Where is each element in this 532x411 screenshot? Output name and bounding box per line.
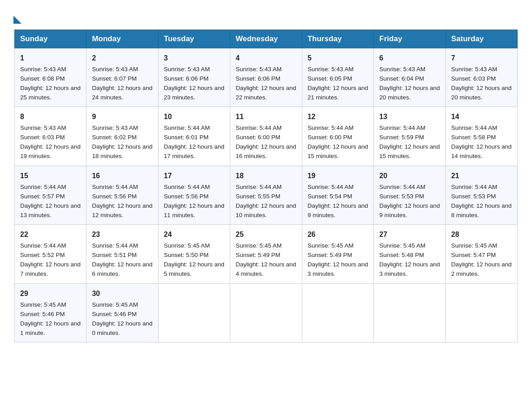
- day-number: 19: [308, 171, 368, 182]
- calendar-cell: 16Sunrise: 5:44 AMSunset: 5:56 PMDayligh…: [86, 166, 158, 224]
- sunset-text: Sunset: 5:56 PM: [92, 193, 137, 200]
- sunrise-text: Sunrise: 5:45 AM: [20, 301, 66, 308]
- day-number: 29: [20, 288, 81, 300]
- day-number: 14: [451, 111, 512, 123]
- day-number: 9: [92, 111, 152, 123]
- calendar-table: SundayMondayTuesdayWednesdayThursdayFrid…: [14, 30, 518, 342]
- day-number: 18: [236, 171, 296, 182]
- daylight-text: Daylight: 12 hours and 14 minutes.: [451, 143, 512, 159]
- daylight-text: Daylight: 12 hours and 25 minutes.: [20, 85, 81, 101]
- sunset-text: Sunset: 6:06 PM: [236, 75, 280, 82]
- calendar-cell: 23Sunrise: 5:44 AMSunset: 5:51 PMDayligh…: [86, 225, 158, 283]
- sunrise-text: Sunrise: 5:44 AM: [236, 184, 282, 190]
- calendar-cell: 18Sunrise: 5:44 AMSunset: 5:55 PMDayligh…: [230, 166, 302, 224]
- calendar-body: 1Sunrise: 5:43 AMSunset: 6:08 PMDaylight…: [15, 48, 518, 342]
- sunrise-text: Sunrise: 5:44 AM: [20, 184, 66, 190]
- daylight-text: Daylight: 12 hours and 15 minutes.: [379, 143, 440, 159]
- calendar-week-row: 22Sunrise: 5:44 AMSunset: 5:52 PMDayligh…: [15, 225, 518, 283]
- daylight-text: Daylight: 12 hours and 10 minutes.: [236, 202, 296, 218]
- calendar-cell: 14Sunrise: 5:44 AMSunset: 5:58 PMDayligh…: [446, 107, 517, 166]
- sunrise-text: Sunrise: 5:43 AM: [236, 66, 282, 73]
- sunset-text: Sunset: 5:49 PM: [308, 252, 352, 258]
- sunrise-text: Sunrise: 5:45 AM: [308, 242, 354, 249]
- calendar-cell: 11Sunrise: 5:44 AMSunset: 6:00 PMDayligh…: [230, 107, 302, 166]
- daylight-text: Daylight: 12 hours and 5 minutes.: [164, 261, 224, 277]
- daylight-text: Daylight: 12 hours and 12 minutes.: [92, 202, 152, 218]
- daylight-text: Daylight: 12 hours and 3 minutes.: [379, 261, 440, 277]
- sunset-text: Sunset: 5:55 PM: [236, 193, 280, 200]
- sunrise-text: Sunrise: 5:43 AM: [92, 66, 138, 73]
- daylight-text: Daylight: 12 hours and 18 minutes.: [92, 143, 152, 159]
- day-number: 6: [379, 53, 440, 64]
- day-number: 12: [308, 111, 368, 123]
- daylight-text: Daylight: 12 hours and 20 minutes.: [379, 85, 440, 101]
- calendar-cell: 1Sunrise: 5:43 AMSunset: 6:08 PMDaylight…: [15, 48, 86, 107]
- weekday-header-monday: Monday: [86, 30, 158, 48]
- day-number: 4: [236, 53, 296, 64]
- sunrise-text: Sunrise: 5:44 AM: [92, 184, 138, 190]
- calendar-week-row: 1Sunrise: 5:43 AMSunset: 6:08 PMDaylight…: [15, 48, 518, 107]
- daylight-text: Daylight: 12 hours and 19 minutes.: [20, 143, 81, 159]
- daylight-text: Daylight: 12 hours and 3 minutes.: [308, 261, 368, 277]
- daylight-text: Daylight: 12 hours and 15 minutes.: [308, 143, 368, 159]
- calendar-cell: 25Sunrise: 5:45 AMSunset: 5:49 PMDayligh…: [230, 225, 302, 283]
- sunrise-text: Sunrise: 5:45 AM: [164, 242, 210, 249]
- day-number: 10: [164, 111, 224, 123]
- calendar-cell: 3Sunrise: 5:43 AMSunset: 6:06 PMDaylight…: [158, 48, 230, 107]
- day-number: 22: [20, 229, 81, 240]
- sunset-text: Sunset: 6:06 PM: [164, 75, 209, 82]
- daylight-text: Daylight: 12 hours and 1 minute.: [20, 320, 81, 336]
- day-number: 5: [308, 53, 368, 64]
- daylight-text: Daylight: 12 hours and 2 minutes.: [451, 261, 512, 277]
- sunset-text: Sunset: 6:02 PM: [92, 134, 137, 141]
- sunset-text: Sunset: 5:52 PM: [20, 252, 65, 258]
- sunrise-text: Sunrise: 5:43 AM: [308, 66, 354, 73]
- day-number: 3: [164, 53, 224, 64]
- sunrise-text: Sunrise: 5:43 AM: [379, 66, 425, 73]
- daylight-text: Daylight: 12 hours and 13 minutes.: [20, 202, 81, 218]
- calendar-cell: 8Sunrise: 5:43 AMSunset: 6:03 PMDaylight…: [15, 107, 86, 166]
- calendar-cell: 26Sunrise: 5:45 AMSunset: 5:49 PMDayligh…: [302, 225, 373, 283]
- daylight-text: Daylight: 12 hours and 9 minutes.: [379, 202, 440, 218]
- calendar-cell: [158, 283, 230, 342]
- day-number: 28: [451, 229, 512, 240]
- day-number: 26: [308, 229, 368, 240]
- weekday-header-saturday: Saturday: [446, 30, 517, 48]
- daylight-text: Daylight: 12 hours and 0 minutes.: [92, 320, 152, 336]
- calendar-cell: 21Sunrise: 5:44 AMSunset: 5:53 PMDayligh…: [446, 166, 517, 224]
- calendar-cell: 20Sunrise: 5:44 AMSunset: 5:53 PMDayligh…: [374, 166, 446, 224]
- sunrise-text: Sunrise: 5:43 AM: [92, 124, 138, 131]
- day-number: 24: [164, 229, 224, 240]
- page-header: [14, 11, 518, 24]
- day-number: 1: [20, 53, 81, 64]
- sunset-text: Sunset: 6:08 PM: [20, 75, 65, 82]
- sunset-text: Sunset: 6:04 PM: [379, 75, 424, 82]
- calendar-cell: 9Sunrise: 5:43 AMSunset: 6:02 PMDaylight…: [86, 107, 158, 166]
- logo: [14, 11, 21, 24]
- sunset-text: Sunset: 5:50 PM: [164, 252, 209, 258]
- sunset-text: Sunset: 5:54 PM: [308, 193, 352, 200]
- sunset-text: Sunset: 5:46 PM: [92, 311, 137, 317]
- calendar-header: SundayMondayTuesdayWednesdayThursdayFrid…: [15, 30, 518, 48]
- day-number: 21: [451, 171, 512, 182]
- calendar-cell: [230, 283, 302, 342]
- sunrise-text: Sunrise: 5:44 AM: [164, 184, 210, 190]
- calendar-cell: 4Sunrise: 5:43 AMSunset: 6:06 PMDaylight…: [230, 48, 302, 107]
- day-number: 17: [164, 171, 224, 182]
- calendar-cell: [374, 283, 446, 342]
- calendar-cell: 24Sunrise: 5:45 AMSunset: 5:50 PMDayligh…: [158, 225, 230, 283]
- logo-blue: [14, 11, 21, 24]
- sunset-text: Sunset: 5:53 PM: [379, 193, 424, 200]
- sunrise-text: Sunrise: 5:43 AM: [451, 66, 498, 73]
- calendar-cell: 19Sunrise: 5:44 AMSunset: 5:54 PMDayligh…: [302, 166, 373, 224]
- sunset-text: Sunset: 5:59 PM: [379, 134, 424, 141]
- day-number: 13: [379, 111, 440, 123]
- daylight-text: Daylight: 12 hours and 11 minutes.: [164, 202, 224, 218]
- sunrise-text: Sunrise: 5:44 AM: [164, 124, 210, 131]
- daylight-text: Daylight: 12 hours and 20 minutes.: [451, 85, 512, 101]
- sunrise-text: Sunrise: 5:43 AM: [164, 66, 210, 73]
- day-number: 7: [451, 53, 512, 64]
- day-number: 30: [92, 288, 152, 300]
- sunrise-text: Sunrise: 5:44 AM: [308, 124, 354, 131]
- sunset-text: Sunset: 5:48 PM: [379, 252, 424, 258]
